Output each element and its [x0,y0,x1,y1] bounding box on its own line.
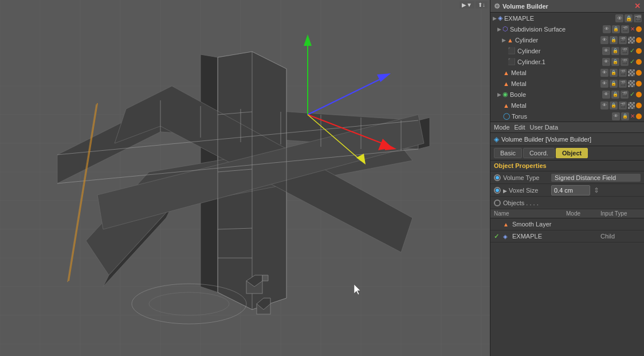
tree-item-subd[interactable]: ▶ ⬡ Subdivision Surface 👁 🔒 🎬 ✕ [490,24,644,34]
properties-tabs: Basic Coord. Object [490,146,644,161]
exmaple-check: ✓ [494,233,503,240]
svg-marker-54 [262,275,268,281]
objects-table-header: Name Mode Input Type [490,209,644,218]
volume-type-label: Volume Type [503,174,549,181]
viewport-3d[interactable]: ▶▼ ⬆↓ [0,0,490,356]
gear-icon: ⚙ [494,2,500,10]
scene-hierarchy: ⚙ Volume Builder ✕ ▶ ◈ EXMAPLE 👁 🔒 🎬 ▶ ⬡… [490,0,644,122]
right-panel: ⚙ Volume Builder ✕ ▶ ◈ EXMAPLE 👁 🔒 🎬 ▶ ⬡… [490,0,644,356]
col-name-header: Name [494,210,566,217]
viewport-btn-1[interactable]: ▶▼ [460,1,474,9]
object-properties-title: Object Properties [490,161,644,171]
user-data-button[interactable]: User Data [530,124,559,131]
properties-toolbar: Mode Edit User Data [490,122,644,133]
volume-type-value: Signed Distance Field [551,174,641,182]
tree-item-metal1[interactable]: ▲ Metal 👁 🔒 🎬 [490,67,644,78]
properties-title-text: Volume Builder [Volume Builder] [501,136,591,143]
smooth-name: Smooth Layer [512,221,566,228]
volume-type-row: Volume Type Signed Distance Field [490,171,644,184]
tree-item-boole[interactable]: ▶ ◉ Boole 👁 🔒 🎬 ✓ [490,89,644,100]
tree-item-metal3[interactable]: ▲ Metal 👁 🔒 🎬 [490,100,644,111]
viewport-header: ▶▼ ⬆↓ [457,0,490,10]
tree-item-metal2[interactable]: ▲ Metal 👁 🔒 🎬 [490,78,644,89]
tree-item-cylinder-grp[interactable]: ▶ ▲ Cylinder 👁 🔒 🎬 [490,34,644,45]
voxel-size-input[interactable] [551,185,590,195]
tree-item-exmaple[interactable]: ▶ ◈ EXMAPLE 👁 🔒 🎬 [490,13,644,24]
viewport-btn-2[interactable]: ⬆↓ [476,1,488,9]
voxel-size-radio[interactable] [494,187,501,194]
smooth-icon: ▲ [503,221,512,228]
exmaple-name: EXMAPLE [512,233,566,240]
volume-type-radio[interactable] [494,174,501,181]
edit-button[interactable]: Edit [515,124,525,131]
tab-coord[interactable]: Coord. [523,148,555,158]
tab-object[interactable]: Object [556,148,588,158]
hierarchy-header: ⚙ Volume Builder ✕ [490,0,644,13]
properties-title: ◈ Volume Builder [Volume Builder] [490,133,644,146]
objects-table: ▲ Smooth Layer ✓ ◈ EXMAPLE Child [490,218,644,356]
objects-radio[interactable] [494,199,501,206]
voxel-size-row: ▶ Voxel Size ⇕ [490,184,644,197]
objects-row: Objects . . . . [490,197,644,209]
tab-basic[interactable]: Basic [494,148,522,158]
hierarchy-title: Volume Builder [502,3,548,10]
exmaple-icon: ◈ [503,233,512,240]
objects-label: Objects . . . . [503,199,549,206]
table-row-exmaple[interactable]: ✓ ◈ EXMAPLE Child [490,230,644,242]
tree-item-cylinder2[interactable]: ⬛ Cylinder.1 👁 🔒 🎬 ✓ [490,56,644,67]
tree-item-torus[interactable]: ◯ Torus 👁 🔒 ✕ [490,111,644,122]
mode-button[interactable]: Mode [494,124,510,131]
col-input-header: Input Type [600,210,641,217]
tree-item-cylinder1[interactable]: ⬛ Cylinder 👁 🔒 🎬 ✓ [490,45,644,56]
close-icon[interactable]: ✕ [634,2,641,10]
properties-panel: Mode Edit User Data ◈ Volume Builder [Vo… [490,122,644,356]
voxel-size-label: ▶ Voxel Size [503,187,549,194]
table-row-smooth[interactable]: ▲ Smooth Layer [490,218,644,230]
col-mode-header: Mode [566,210,600,217]
exmaple-input-type: Child [600,233,641,240]
